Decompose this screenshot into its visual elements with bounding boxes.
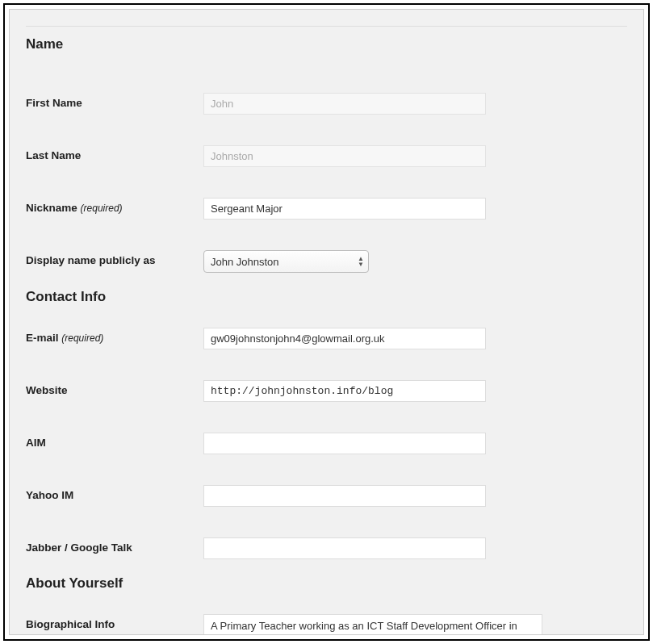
row-yahoo: Yahoo IM: [26, 485, 627, 507]
select-display-name[interactable]: John Johnston: [203, 250, 369, 273]
input-aim[interactable]: [203, 433, 486, 454]
row-bio: Biographical Info: [26, 614, 627, 635]
input-last-name: [203, 145, 486, 167]
window-frame: Name First Name Last Name Nickname (requ…: [3, 3, 650, 641]
profile-form-panel: Name First Name Last Name Nickname (requ…: [9, 9, 644, 635]
input-yahoo[interactable]: [203, 485, 486, 507]
label-aim: AIM: [26, 433, 203, 449]
row-last-name: Last Name: [26, 145, 627, 167]
label-nickname: Nickname (required): [26, 198, 203, 214]
label-jabber: Jabber / Google Talk: [26, 537, 203, 554]
section-heading-contact: Contact Info: [26, 289, 627, 305]
input-website[interactable]: [203, 380, 486, 402]
section-heading-about: About Yourself: [26, 575, 627, 592]
label-website: Website: [26, 380, 203, 396]
row-nickname: Nickname (required): [26, 198, 627, 220]
row-jabber: Jabber / Google Talk: [26, 537, 627, 559]
label-first-name: First Name: [26, 93, 203, 109]
label-email-required: (required): [61, 332, 103, 344]
label-display-name: Display name publicly as: [26, 250, 203, 266]
label-nickname-required: (required): [81, 203, 123, 214]
label-nickname-text: Nickname: [26, 202, 77, 214]
textarea-bio[interactable]: [203, 614, 542, 635]
section-heading-name: Name: [26, 36, 627, 52]
label-bio: Biographical Info: [26, 614, 203, 630]
label-email-text: E-mail: [26, 332, 59, 344]
label-email: E-mail (required): [26, 328, 203, 344]
input-nickname[interactable]: [203, 198, 486, 220]
input-email[interactable]: [203, 328, 486, 349]
top-divider: [26, 26, 627, 27]
row-website: Website: [26, 380, 627, 402]
label-yahoo: Yahoo IM: [26, 485, 203, 501]
row-display-name: Display name publicly as John Johnston ▲…: [26, 250, 627, 273]
row-email: E-mail (required): [26, 328, 627, 349]
label-last-name: Last Name: [26, 145, 203, 161]
input-first-name: [203, 93, 486, 115]
row-first-name: First Name: [26, 93, 627, 115]
input-jabber[interactable]: [203, 537, 486, 559]
select-display-name-wrap: John Johnston ▲▼: [203, 250, 369, 273]
row-aim: AIM: [26, 433, 627, 454]
